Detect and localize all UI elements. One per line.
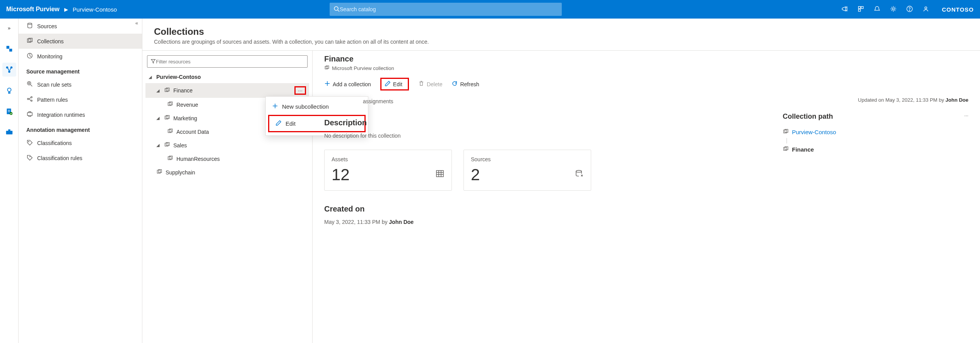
- rail-map-icon[interactable]: [2, 63, 16, 77]
- refresh-icon: [452, 80, 458, 88]
- svg-rect-9: [6, 46, 9, 49]
- path-root[interactable]: Purview-Contoso: [783, 126, 968, 138]
- more-button[interactable]: ···: [294, 86, 306, 95]
- path-current: Finance: [783, 143, 968, 155]
- assets-value: 12: [332, 166, 350, 184]
- filter-resources[interactable]: [147, 55, 308, 68]
- sources-card[interactable]: Sources 2: [463, 150, 591, 191]
- path-more-icon[interactable]: ···: [964, 113, 968, 118]
- svg-point-13: [8, 71, 10, 73]
- gear-icon[interactable]: [890, 5, 897, 14]
- breadcrumb-chevron-icon: ▶: [64, 7, 68, 12]
- svg-rect-28: [27, 113, 32, 115]
- svg-rect-3: [861, 6, 863, 8]
- tenant-label[interactable]: CONTOSO: [942, 6, 974, 13]
- svg-rect-18: [8, 130, 10, 131]
- expand-icon[interactable]: »: [2, 21, 16, 35]
- rail-data-icon[interactable]: [2, 42, 16, 56]
- search-box[interactable]: [330, 3, 562, 16]
- svg-point-26: [31, 97, 32, 98]
- monitoring-icon: [26, 52, 33, 60]
- help-icon[interactable]: [906, 5, 913, 14]
- tree-label: Account Data: [176, 129, 209, 135]
- collection-icon: [783, 128, 789, 136]
- collection-title: Finance: [324, 55, 968, 63]
- assets-card[interactable]: Assets 12: [324, 150, 452, 191]
- svg-point-27: [31, 100, 32, 102]
- collection-icon: [167, 101, 173, 108]
- bell-icon[interactable]: [874, 5, 881, 14]
- svg-point-14: [7, 88, 11, 92]
- cmd-refresh[interactable]: Refresh: [452, 80, 479, 88]
- sidebar-label: Integration runtimes: [37, 112, 85, 118]
- svg-point-5: [893, 8, 894, 10]
- sidebar-item-scan-rule-sets[interactable]: Scan rule sets: [19, 77, 142, 92]
- path-link[interactable]: Purview-Contoso: [792, 129, 836, 135]
- sidebar-group-source-management: Source management: [19, 64, 142, 77]
- cmd-add-collection[interactable]: Add a collection: [324, 80, 371, 88]
- collection-path-heading: Collection path: [783, 113, 968, 121]
- menu-label: Edit: [286, 120, 296, 127]
- sources-value: 2: [471, 166, 480, 184]
- survey-icon[interactable]: [857, 5, 864, 14]
- rail-management-icon[interactable]: [2, 125, 16, 139]
- svg-point-25: [27, 98, 29, 100]
- svg-point-23: [27, 82, 31, 85]
- svg-rect-17: [6, 131, 12, 134]
- path-label: Finance: [792, 146, 814, 153]
- sidebar-item-integration-runtimes[interactable]: Integration runtimes: [19, 107, 142, 122]
- plus-icon: [272, 103, 278, 110]
- svg-point-8: [925, 7, 927, 9]
- caret-down-icon: ◢: [156, 88, 161, 93]
- delete-icon: [418, 80, 424, 88]
- sidebar-item-monitoring[interactable]: Monitoring: [19, 49, 142, 64]
- sidebar-item-collections[interactable]: Collections: [19, 34, 142, 49]
- sidebar-label: Monitoring: [37, 53, 62, 60]
- search-icon: [334, 6, 340, 13]
- collection-icon: [167, 155, 173, 162]
- collection-icon: [164, 142, 170, 149]
- search-input[interactable]: [340, 6, 558, 12]
- classifications-icon: [26, 139, 33, 147]
- brand[interactable]: Microsoft Purview: [6, 6, 60, 13]
- megaphone-icon[interactable]: [841, 5, 848, 14]
- tree-label: Supplychain: [166, 169, 195, 176]
- sidebar-item-classifications[interactable]: Classifications: [19, 135, 142, 150]
- svg-point-19: [28, 23, 32, 25]
- ir-icon: [26, 111, 33, 119]
- tab-role-assignments[interactable]: assignments: [363, 98, 393, 104]
- sidebar-item-classification-rules[interactable]: Classification rules: [19, 150, 142, 166]
- tree-node-supplychain[interactable]: Supplychain: [145, 166, 309, 179]
- sidebar-item-sources[interactable]: Sources: [19, 19, 142, 34]
- sidebar-item-pattern-rules[interactable]: Pattern rules: [19, 92, 142, 107]
- rail-policy-icon[interactable]: [2, 104, 16, 118]
- cmd-label: Delete: [427, 81, 442, 87]
- tree-node-finance[interactable]: ◢ Finance ···: [145, 83, 309, 98]
- svg-line-1: [338, 10, 339, 12]
- pattern-icon: [26, 96, 33, 104]
- rail-insight-icon[interactable]: [2, 84, 16, 97]
- tree-node-sales[interactable]: ◢Sales: [145, 138, 309, 152]
- scan-rule-icon: [26, 80, 33, 89]
- classrules-icon: [26, 154, 33, 162]
- caret-down-icon: ◢: [156, 143, 161, 148]
- assets-label: Assets: [332, 156, 445, 162]
- breadcrumb-account[interactable]: Purview-Contoso: [73, 6, 117, 13]
- svg-rect-46: [436, 171, 443, 177]
- tree-node-hr[interactable]: HumanResources: [145, 152, 309, 166]
- filter-input[interactable]: [156, 59, 304, 65]
- person-icon[interactable]: [922, 5, 929, 14]
- sidebar-label: Classifications: [37, 140, 72, 146]
- collection-icon: [164, 87, 170, 94]
- table-icon: [435, 169, 445, 181]
- caret-down-icon: ◢: [156, 116, 161, 121]
- sidebar-label: Collections: [37, 38, 63, 44]
- collection-icon: [324, 65, 330, 72]
- svg-rect-2: [859, 6, 860, 8]
- tree-root[interactable]: ◢Purview-Contoso: [145, 71, 309, 83]
- cmd-edit[interactable]: Edit: [380, 78, 409, 90]
- collapse-sidebar-icon[interactable]: «: [135, 20, 138, 26]
- svg-point-0: [334, 7, 338, 10]
- sources-label: Sources: [471, 156, 584, 162]
- svg-rect-10: [9, 49, 12, 51]
